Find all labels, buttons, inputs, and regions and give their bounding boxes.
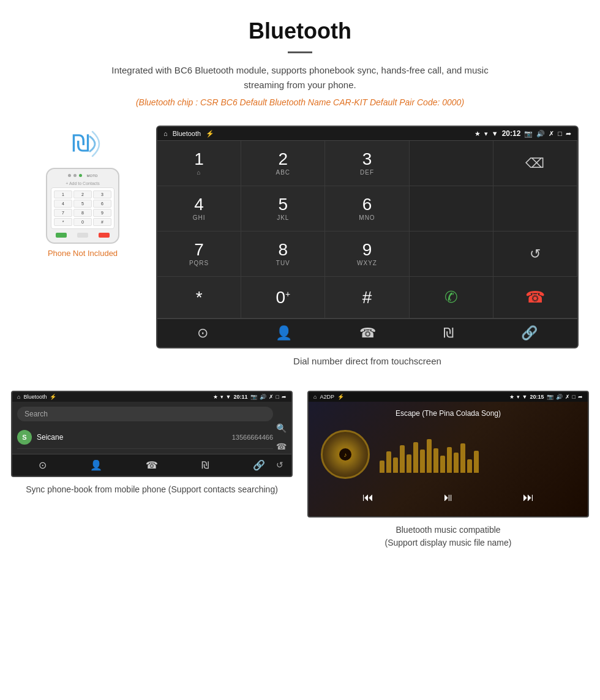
dialpad-icon[interactable]: ⊙: [197, 325, 208, 341]
page-header: Bluetooth Integrated with BC6 Bluetooth …: [0, 0, 600, 113]
dial-key-8[interactable]: 8 TUV: [241, 231, 325, 277]
dial-key-3[interactable]: 3 DEF: [325, 141, 409, 186]
viz-bar-12: [454, 453, 459, 473]
pb-nav-contacts-icon[interactable]: 👤: [90, 459, 102, 471]
link-icon[interactable]: 🔗: [521, 325, 538, 341]
ms-usb-icon: ⚡: [337, 394, 344, 400]
dial-key-5[interactable]: 5 JKL: [241, 186, 325, 231]
ms-bt-icon: ★: [509, 394, 514, 400]
contact-row: S Seicane 13566664466: [17, 426, 273, 449]
dial-key-6[interactable]: 6 MNO: [325, 186, 409, 231]
viz-bar-1: [380, 461, 384, 473]
phonebook-screen: ⌂ Bluetooth ⚡ ★ ▾ ▼ 20:11 📷 🔊 ✗ □ ➦: [11, 391, 293, 477]
pb-nav-phone-icon[interactable]: ☎: [146, 459, 158, 471]
next-btn[interactable]: ⏭: [523, 491, 534, 504]
pb-refresh-right-icon[interactable]: ↺: [276, 460, 287, 470]
ms-home-icon: ⌂: [313, 394, 317, 400]
search-bar[interactable]: Search: [17, 407, 273, 421]
viz-bar-4: [400, 445, 405, 473]
viz-bar-6: [413, 442, 418, 473]
dial-empty-3: [493, 186, 577, 231]
svg-text:₪: ₪: [72, 130, 90, 156]
phone-home-btn: [77, 233, 88, 238]
viz-bar-15: [474, 451, 479, 473]
music-status-bar: ⌂ A2DP ⚡ ★ ▾ ▼ 20:15 📷 🔊 ✗ □ ➦: [309, 392, 588, 402]
dial-key-0[interactable]: 0+: [241, 277, 325, 318]
dial-empty-4: [410, 231, 493, 277]
phone-icon[interactable]: ☎: [359, 325, 376, 341]
viz-bar-13: [460, 443, 465, 473]
viz-bar-3: [393, 457, 398, 473]
ms-time: 20:15: [530, 394, 544, 400]
pb-search-right-icon[interactable]: 🔍: [276, 423, 287, 433]
ms-loc-icon: ▾: [517, 394, 520, 400]
back-icon: ➦: [566, 130, 571, 138]
bt-icon: ★: [474, 130, 481, 138]
music-screen: ⌂ A2DP ⚡ ★ ▾ ▼ 20:15 📷 🔊 ✗ □ ➦: [307, 391, 589, 517]
dial-refresh-cell[interactable]: ↺: [493, 231, 577, 277]
viz-bar-8: [427, 439, 432, 473]
dial-backspace-cell[interactable]: ⌫: [493, 141, 577, 186]
usb-icon: ⚡: [206, 130, 214, 138]
pb-vol-icon: 🔊: [260, 394, 266, 400]
phone-screen-label: + Add to Contacts: [51, 181, 114, 186]
contact-name: Seicane: [37, 433, 232, 442]
pb-phone-right-icon[interactable]: ☎: [276, 442, 287, 451]
pb-close-icon: ✗: [269, 394, 274, 400]
viz-bar-2: [386, 451, 391, 473]
dial-key-star[interactable]: *: [157, 277, 241, 318]
pb-loc-icon: ▾: [220, 394, 223, 400]
music-visualizer: [380, 436, 576, 473]
dial-end-cell[interactable]: ☎: [493, 277, 577, 318]
dial-key-hash[interactable]: #: [325, 277, 409, 318]
status-time: 20:12: [502, 129, 521, 138]
dial-key-9[interactable]: 9 WXYZ: [325, 231, 409, 277]
page-title: Bluetooth: [12, 18, 588, 44]
contacts-icon[interactable]: 👤: [276, 325, 292, 341]
screenshots-row: ⌂ Bluetooth ⚡ ★ ▾ ▼ 20:11 📷 🔊 ✗ □ ➦: [0, 391, 600, 562]
pb-bt-icon: ★: [213, 394, 218, 400]
phonebook-status-bar: ⌂ Bluetooth ⚡ ★ ▾ ▼ 20:11 📷 🔊 ✗ □ ➦: [12, 392, 291, 402]
ms-cam-icon: 📷: [547, 394, 553, 400]
pb-cam-icon: 📷: [250, 394, 257, 400]
dial-key-4[interactable]: 4 GHI: [157, 186, 241, 231]
phonebook-right-icons: 🔍 ☎ ↺: [276, 423, 287, 470]
main-section: ₪ MOTO + Add to Contacts 123: [0, 113, 600, 391]
phone-screen: 123 456 789 *0#: [51, 187, 114, 229]
phonebook-screenshot-item: ⌂ Bluetooth ⚡ ★ ▾ ▼ 20:11 📷 🔊 ✗ □ ➦: [11, 391, 293, 549]
phone-call-btn: [56, 233, 67, 238]
viz-bar-9: [433, 448, 438, 473]
ms-back-icon: ➦: [578, 394, 583, 400]
dial-key-1[interactable]: 1 ⌂: [157, 141, 241, 186]
dial-screen: ⌂ Bluetooth ⚡ ★ ▾ ▼ 20:12 📷 🔊 ✗ □ ➦: [156, 126, 579, 348]
music-caption: Bluetooth music compatible(Support displ…: [385, 524, 512, 549]
dial-call-cell[interactable]: ✆: [410, 277, 493, 318]
bluetooth-icon[interactable]: ₪: [443, 325, 454, 341]
pb-time: 20:11: [234, 394, 248, 400]
pb-title: Bluetooth: [23, 394, 47, 400]
play-pause-btn[interactable]: ⏯: [443, 491, 454, 504]
music-content: Escape (The Pina Colada Song) ♪: [309, 402, 588, 516]
dial-caption: Dial number direct from touchscreen: [293, 348, 441, 378]
contact-avatar: S: [17, 430, 32, 445]
music-controls: ⏮ ⏯ ⏭: [316, 484, 580, 509]
ms-screen-icon: □: [572, 394, 576, 400]
ms-title: A2DP: [320, 394, 334, 400]
music-disc-inner: ♪: [339, 448, 351, 461]
contact-phone: 13566664466: [232, 434, 273, 441]
status-title: Bluetooth: [173, 130, 201, 137]
pb-nav-link-icon[interactable]: 🔗: [253, 459, 265, 471]
dial-key-2[interactable]: 2 ABC: [241, 141, 325, 186]
pb-wifi-icon: ▼: [226, 394, 231, 400]
phone-end-btn: [99, 233, 110, 238]
music-art-area: ♪: [316, 425, 580, 484]
dial-empty-1: [410, 141, 493, 186]
prev-btn[interactable]: ⏮: [362, 491, 373, 504]
search-placeholder: Search: [24, 410, 266, 418]
dial-key-7[interactable]: 7 PQRS: [157, 231, 241, 277]
ms-close-icon: ✗: [565, 394, 570, 400]
wifi-icon: ▼: [492, 130, 498, 137]
pb-nav-grid-icon[interactable]: ⊙: [39, 459, 47, 471]
pb-nav-bt-icon[interactable]: ₪: [201, 459, 209, 471]
viz-bar-7: [420, 450, 425, 473]
